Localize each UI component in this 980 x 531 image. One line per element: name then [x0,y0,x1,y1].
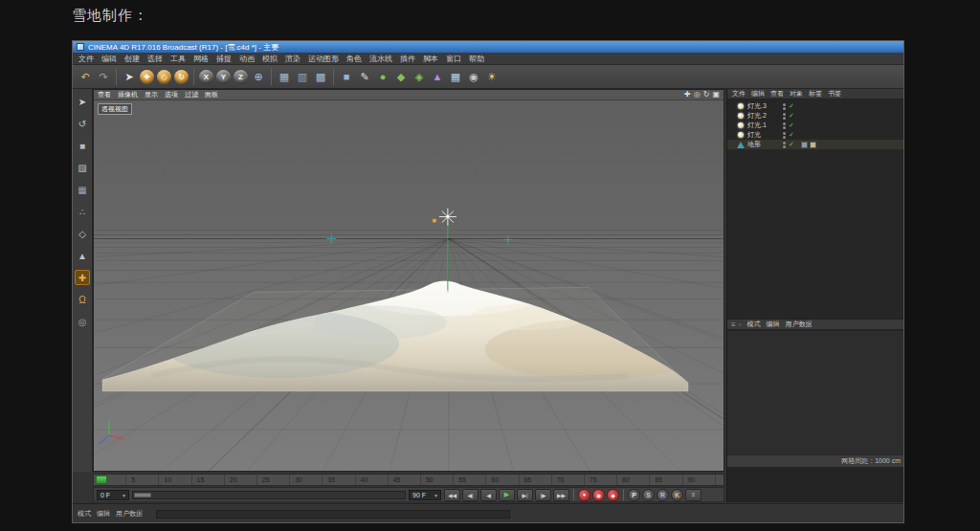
texture-tag-icon[interactable] [810,142,816,148]
object-manager-menu-item[interactable]: 对象 [790,89,803,99]
timeline-ruler[interactable]: 051015202530354045505560657075808590 [93,474,724,486]
texture-mode-icon[interactable]: ▨ [75,160,90,175]
menu-item[interactable]: 脚本 [419,53,442,65]
texture-tag-icon[interactable] [801,142,808,148]
pan-view-icon[interactable]: ✚ [684,90,691,100]
render-picture-viewer-icon[interactable]: ▥ [294,68,311,86]
attr-lock-icon[interactable]: ◦ [739,321,742,329]
menu-item[interactable]: 运动图形 [304,53,343,65]
next-key-button[interactable]: |▶ [535,489,551,501]
primitive-cube-icon[interactable]: ■ [338,68,355,86]
menu-item[interactable]: 创建 [121,53,144,65]
rotate-view-icon[interactable]: ↻ [703,90,710,100]
status-bar-menu-item[interactable]: 模式 [78,509,91,519]
toggle-view-icon[interactable]: ▣ [712,90,720,100]
polygons-mode-icon[interactable]: ▲ [75,248,90,263]
attr-list-icon[interactable]: ≡ [731,321,736,329]
end-frame-field[interactable]: 90 F ▾ [409,490,441,500]
menu-item[interactable]: 窗口 [442,53,465,65]
menu-item[interactable]: 动画 [235,53,258,65]
menu-item[interactable]: 插件 [396,53,419,65]
render-view-icon[interactable]: ▦ [276,68,293,86]
perspective-viewport[interactable]: 查看摄像机显示选项过滤面板 ✚◎↻▣ 透视视图 [93,89,724,472]
rotate-tool-icon[interactable]: ↻ [174,70,189,84]
model-mode-icon[interactable]: ■ [75,138,90,153]
object-manager-menu-item[interactable]: 编辑 [751,89,765,99]
timeline-slider-handle[interactable] [134,493,151,498]
menu-item[interactable]: 角色 [343,53,366,65]
autokeying-button[interactable]: ◉ [592,489,605,501]
keyframe-selection-button[interactable]: K [671,489,683,501]
attribute-tab[interactable]: 模式 [747,320,761,329]
viewport-menu-item[interactable]: 查看 [98,90,111,100]
object-row[interactable]: 灯光.2 ✓ [727,111,904,121]
goto-end-button[interactable]: ▶▶ [553,489,569,501]
render-settings-icon[interactable]: ▩ [312,68,329,86]
enabled-check-icon[interactable]: ✓ [789,102,794,110]
menu-item[interactable]: 模拟 [258,53,281,65]
menu-item[interactable]: 渲染 [281,53,304,65]
menu-item[interactable]: 帮助 [465,53,488,65]
spline-pen-icon[interactable]: ✎ [356,68,373,86]
points-mode-icon[interactable]: ∴ [75,204,90,219]
window-titlebar[interactable]: CINEMA 4D R17.016 Broadcast (R17) - [雪.c… [73,41,903,53]
subdivision-surface-icon[interactable]: ● [374,68,391,86]
lock-x-axis-button[interactable]: X [199,70,213,84]
object-manager-menu-item[interactable]: 文件 [732,89,746,99]
zoom-view-icon[interactable]: ◎ [694,90,701,100]
make-editable-icon[interactable]: ↺ [75,116,90,131]
viewport-menu-item[interactable]: 摄像机 [118,90,138,100]
record-options-button[interactable]: ◆ [607,489,619,501]
light-icon[interactable]: ☀ [483,68,501,86]
status-bar-menu-item[interactable]: 编辑 [97,509,110,519]
selection-pen-icon[interactable]: ➤ [75,94,90,109]
visibility-dots[interactable] [783,132,786,139]
record-scale-button[interactable]: S [642,489,655,501]
status-bar-menu-item[interactable]: 用户数据 [116,509,143,519]
visibility-dots[interactable] [783,122,786,129]
object-row[interactable]: 灯光.1 ✓ [727,121,904,130]
visibility-dots[interactable] [783,113,786,120]
menu-item[interactable]: 选择 [144,53,167,65]
menu-item[interactable]: 文件 [75,53,98,65]
lock-z-axis-button[interactable]: Z [234,70,248,84]
live-selection-icon[interactable]: ➤ [121,68,138,86]
camera-icon[interactable]: ◉ [465,68,482,86]
redo-icon[interactable]: ↷ [95,68,112,86]
menu-item[interactable]: 流水线 [366,53,396,65]
viewport-menu-item[interactable]: 面板 [205,90,218,100]
object-row[interactable]: 灯光 ✓ [727,130,904,140]
light-handle-dot[interactable] [433,218,436,222]
coordinate-system-icon[interactable]: ⊕ [250,68,267,86]
object-manager-menu-item[interactable]: 标签 [809,89,822,99]
snap-icon[interactable]: Ω [75,292,90,307]
scale-tool-icon[interactable]: ◇ [157,70,171,84]
visibility-dots[interactable] [783,103,786,110]
deformer-icon[interactable]: ▲ [429,68,446,86]
viewport-menu-item[interactable]: 过滤 [185,90,198,100]
enabled-check-icon[interactable]: ✓ [789,122,794,129]
layout-switch-button[interactable]: ≡ [685,489,702,501]
move-tool-icon[interactable]: ✚ [140,70,154,84]
play-button[interactable]: ▶ [499,489,515,501]
lock-y-axis-button[interactable]: Y [216,70,231,84]
solo-mode-icon[interactable]: ◎ [75,314,90,329]
attribute-tab[interactable]: 编辑 [767,320,780,329]
object-manager-menu-item[interactable]: 查看 [770,89,784,99]
viewport-menu-item[interactable]: 选项 [165,90,178,100]
menu-item[interactable]: 网格 [189,53,212,65]
edges-mode-icon[interactable]: ◇ [75,226,90,241]
axis-lock-icon[interactable]: ✚ [75,270,90,285]
attribute-tab[interactable]: 用户数据 [786,320,813,329]
object-manager-menu-item[interactable]: 书签 [828,89,841,99]
generator-icon[interactable]: ◆ [392,68,410,86]
workplane-mode-icon[interactable]: ▦ [75,182,90,197]
environment-icon[interactable]: ▦ [447,68,464,86]
prev-key-button[interactable]: ◀| [462,489,479,501]
menu-item[interactable]: 工具 [167,53,189,65]
undo-icon[interactable]: ↶ [77,68,94,86]
object-row[interactable]: 地形 ✓ [727,140,904,149]
next-frame-button[interactable]: ▶| [517,489,533,501]
timeline-slider[interactable] [132,491,406,499]
record-rotation-button[interactable]: R [657,489,669,501]
